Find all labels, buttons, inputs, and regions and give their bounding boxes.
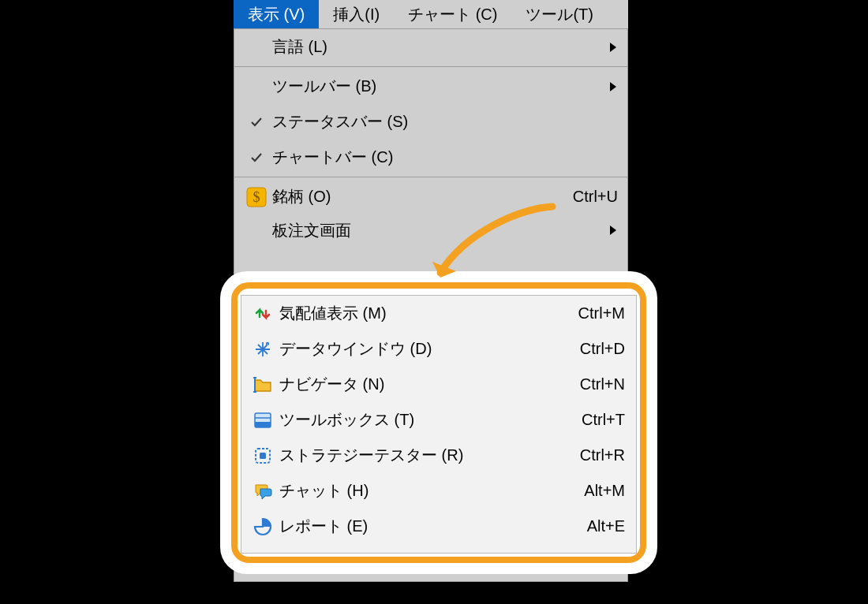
- svg-rect-5: [253, 377, 256, 378]
- menu-language-label: 言語 (L): [272, 36, 600, 58]
- dollar-icon: $: [241, 179, 272, 214]
- menu-statusbar-label: ステータスバー (S): [272, 111, 618, 132]
- submenu-arrow-icon: [610, 226, 616, 235]
- menu-strategytester[interactable]: ストラテジーテスター (R) Ctrl+R: [241, 438, 636, 473]
- menu-navigator-label: ナビゲータ (N): [279, 374, 571, 395]
- menu-datawindow-label: データウインドウ (D): [279, 338, 571, 360]
- check-icon: [248, 114, 265, 131]
- stage: 表示 (V) 挿入(I) チャート (C) ツール(T) 言語 (L) ツールバ…: [0, 0, 868, 604]
- menu-report-accel: Alt+E: [578, 517, 625, 535]
- callout-menu: 気配値表示 (M) Ctrl+M i データウインドウ (D) Ctrl+D ナ…: [241, 295, 637, 554]
- menubar-tool[interactable]: ツール(T): [511, 0, 608, 28]
- svg-rect-4: [254, 378, 256, 392]
- menu-order[interactable]: 板注文画面: [234, 214, 627, 246]
- separator: [234, 66, 627, 67]
- strategytester-icon: [246, 438, 279, 473]
- submenu-arrow-icon: [610, 82, 616, 91]
- menubar-insert[interactable]: 挿入(I): [319, 0, 394, 28]
- menu-toolbar-label: ツールバー (B): [272, 76, 600, 97]
- chat-icon: [246, 473, 279, 509]
- menubar-view[interactable]: 表示 (V): [234, 0, 319, 28]
- separator: [234, 177, 627, 177]
- navigator-icon: [246, 367, 279, 402]
- menubar: 表示 (V) 挿入(I) チャート (C) ツール(T): [234, 0, 628, 29]
- callout-box: 気配値表示 (M) Ctrl+M i データウインドウ (D) Ctrl+D ナ…: [226, 278, 651, 568]
- menu-toolbox-accel: Ctrl+T: [572, 411, 625, 429]
- menu-navigator[interactable]: ナビゲータ (N) Ctrl+N: [241, 367, 636, 402]
- menu-marketwatch-label: 気配値表示 (M): [279, 303, 569, 324]
- menu-marketwatch-accel: Ctrl+M: [569, 304, 625, 323]
- submenu-arrow-icon: [610, 43, 616, 52]
- menu-marketwatch[interactable]: 気配値表示 (M) Ctrl+M: [241, 296, 636, 331]
- menubar-chart[interactable]: チャート (C): [394, 0, 511, 28]
- menu-language[interactable]: 言語 (L): [234, 29, 627, 65]
- svg-text:$: $: [253, 189, 260, 205]
- svg-rect-11: [260, 453, 266, 459]
- menu-symbols-label: 銘柄 (O): [272, 186, 563, 207]
- menu-statusbar[interactable]: ステータスバー (S): [234, 104, 627, 140]
- menu-chat[interactable]: チャット (H) Alt+M: [241, 473, 636, 509]
- menu-datawindow[interactable]: i データウインドウ (D) Ctrl+D: [241, 331, 636, 367]
- svg-rect-8: [255, 422, 271, 427]
- marketwatch-icon: [246, 296, 279, 331]
- menu-report-label: レポート (E): [279, 516, 578, 537]
- report-icon: [246, 509, 279, 544]
- svg-rect-6: [253, 391, 256, 393]
- menu-chartbar-label: チャートバー (C): [272, 147, 618, 168]
- menu-datawindow-accel: Ctrl+D: [571, 340, 625, 358]
- menu-navigator-accel: Ctrl+N: [571, 375, 625, 393]
- menu-symbols-accel: Ctrl+U: [563, 188, 618, 206]
- menu-chartbar[interactable]: チャートバー (C): [234, 140, 627, 175]
- menu-order-label: 板注文画面: [272, 220, 600, 241]
- menu-symbols[interactable]: $ 銘柄 (O) Ctrl+U: [234, 179, 627, 214]
- svg-text:i: i: [267, 341, 268, 346]
- menu-strategytester-label: ストラテジーテスター (R): [279, 445, 571, 466]
- menu-chat-label: チャット (H): [279, 480, 574, 501]
- menu-strategytester-accel: Ctrl+R: [571, 446, 625, 464]
- menu-toolbox-label: ツールボックス (T): [279, 409, 572, 431]
- datawindow-icon: i: [246, 331, 279, 367]
- menu-toolbar[interactable]: ツールバー (B): [234, 69, 627, 104]
- toolbox-icon: [246, 402, 279, 438]
- check-icon: [248, 149, 265, 166]
- menu-toolbox[interactable]: ツールボックス (T) Ctrl+T: [241, 402, 636, 438]
- menu-report[interactable]: レポート (E) Alt+E: [241, 509, 636, 544]
- menu-chat-accel: Alt+M: [574, 482, 625, 500]
